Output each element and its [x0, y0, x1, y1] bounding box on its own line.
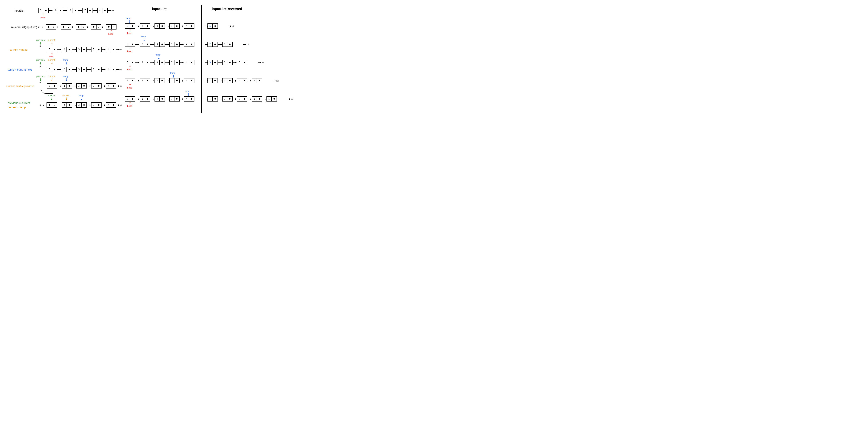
node-value: 4: [186, 25, 187, 27]
link-arrow: [101, 86, 105, 86]
node: 7: [91, 24, 101, 30]
link-arrow: [287, 99, 290, 99]
previous-arrow: [40, 78, 41, 81]
node-value: 4: [108, 104, 109, 106]
link-arrow: [102, 27, 105, 27]
node: 2: [140, 78, 150, 83]
node-value: 4: [186, 43, 187, 45]
node: 3: [155, 24, 165, 29]
node-value: 7: [210, 79, 211, 82]
node: 4: [184, 60, 194, 65]
link-arrow: [116, 86, 119, 86]
temp-arrow: [129, 20, 129, 23]
temp-label: temp: [63, 59, 68, 61]
node-value: 4: [186, 98, 187, 100]
previous-arrow: [40, 42, 41, 44]
node-value: 3: [239, 98, 240, 100]
node: 2: [62, 47, 72, 52]
row1-label: inputList: [14, 9, 24, 12]
node-value: 2: [142, 61, 143, 64]
node: 2: [208, 42, 218, 47]
link-arrow: [101, 105, 105, 105]
node: 2: [61, 24, 71, 30]
node: 5: [267, 96, 277, 101]
link-arrow: [180, 99, 184, 99]
link-arrow: [107, 10, 111, 11]
title-inputlistreversed: inputListReversed: [212, 7, 242, 11]
temp-label: temp: [156, 54, 161, 56]
link-arrow: [63, 10, 67, 11]
link-arrow: [57, 69, 61, 70]
node-value: 5: [269, 98, 270, 100]
node: 5: [237, 60, 247, 65]
node: 5: [125, 78, 135, 83]
current-label: current: [48, 39, 55, 41]
diagram-canvas: inputList inputListReversed inputList {"…: [3, 3, 278, 115]
node: 3: [76, 102, 87, 107]
nil-label: nil: [120, 104, 122, 106]
head-label: head: [108, 33, 113, 35]
link-arrow: [87, 105, 91, 105]
node-value: 7: [172, 43, 173, 45]
node-value: 3: [157, 61, 158, 64]
link-arrow: [165, 62, 169, 63]
node-value: 4: [113, 26, 115, 28]
node: 5: [45, 24, 56, 30]
link-arrow: [135, 44, 139, 44]
node-value: 4: [108, 85, 109, 87]
temp-label: temp: [126, 17, 131, 20]
link-arrow: [165, 26, 169, 26]
link-arrow: [87, 69, 91, 70]
node: 5: [47, 47, 57, 52]
link-arrow: [258, 62, 261, 63]
row5-label: current.next = previous: [6, 85, 34, 88]
temp-arrow: [159, 57, 159, 59]
node-value: 3: [157, 25, 158, 27]
node: 5: [47, 83, 57, 89]
node: 3: [155, 96, 165, 101]
link-arrow: [135, 62, 139, 63]
node: 4: [106, 83, 116, 89]
temp-arrow: [144, 38, 144, 41]
node: 4: [184, 78, 194, 83]
head-label: head: [127, 105, 132, 107]
node: 5: [208, 24, 218, 29]
link-arrow: [218, 81, 222, 81]
node: 4: [106, 24, 117, 30]
node-value: 2: [142, 43, 143, 45]
node-value: 7: [224, 98, 225, 100]
head-arrow: [130, 66, 130, 68]
head-label: head: [127, 32, 132, 34]
node: 3: [76, 83, 87, 89]
node-value: 7: [93, 85, 94, 87]
link-arrow: [135, 99, 139, 99]
link-arrow: [218, 44, 222, 44]
node-value: 7: [98, 26, 99, 28]
node: 3: [155, 42, 165, 47]
row2-label: reverseList(inputList): [11, 26, 37, 29]
node-value: 3: [79, 104, 80, 106]
node: 2: [140, 24, 150, 29]
node: 5: [222, 42, 232, 47]
link-arrow: [135, 81, 139, 81]
node: 2: [62, 83, 72, 89]
link-arrow: [72, 69, 76, 70]
row3-label: current = head: [9, 48, 28, 51]
link-arrow: [72, 86, 76, 86]
head-label: head: [49, 55, 54, 58]
previous-label: previous: [36, 75, 44, 78]
nil-label: nil: [247, 43, 249, 45]
head-label: head: [127, 50, 132, 53]
temp-arrow: [188, 93, 189, 96]
node: 7: [91, 102, 101, 107]
node: 7: [169, 42, 180, 47]
previous-label: previous: [47, 94, 55, 97]
node: 2: [140, 96, 150, 101]
node-value: 5: [127, 98, 128, 100]
row4-label: temp = current.next: [8, 68, 32, 71]
node-value: 7: [93, 48, 94, 51]
link-arrow: [150, 62, 154, 63]
nil-label: nil: [39, 45, 41, 47]
node-value: 3: [70, 9, 71, 12]
node: 2: [62, 67, 72, 72]
